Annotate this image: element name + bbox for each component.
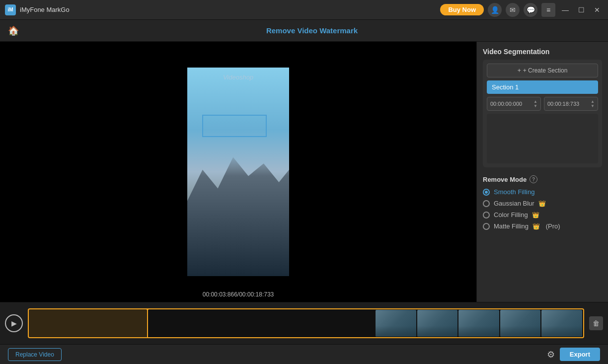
mode-gaussian-option[interactable]: Gaussian Blur 👑	[483, 200, 602, 207]
main-content: Videoshop 00:00:03:866/00:00:18:733 Vide…	[0, 42, 608, 302]
remove-mode-title-text: Remove Mode	[483, 176, 527, 183]
replace-video-button[interactable]: Replace Video	[8, 348, 62, 361]
bottom-bar: Replace Video ⚙ Export	[0, 344, 608, 364]
export-button[interactable]: Export	[560, 348, 600, 361]
chat-icon-button[interactable]: 💬	[524, 3, 537, 17]
settings-icon-button[interactable]: ⚙	[547, 349, 555, 360]
mode-gaussian-label: Gaussian Blur	[494, 200, 534, 207]
mode-smooth-label: Smooth Filling	[494, 188, 534, 196]
time-end-input[interactable]: 00:00:18:733 ▲ ▼	[544, 97, 598, 111]
thumbnail-1	[376, 310, 416, 337]
timeline-thumbnails	[375, 309, 583, 337]
app-title: iMyFone MarkGo	[20, 6, 70, 13]
segmentation-panel: + + Create Section Section 1 00:00:00:00…	[483, 60, 602, 167]
menu-icon: ≡	[546, 6, 550, 14]
page-title: Remove Video Watermark	[24, 26, 600, 35]
time-end-value: 00:00:18:733	[547, 101, 579, 107]
app-logo: iM iMyFone MarkGo	[5, 4, 440, 15]
play-icon: ▶	[11, 319, 17, 327]
mode-matte-option[interactable]: Matte Filling 👑 (Pro)	[483, 222, 602, 230]
timeline: ▶ 🗑	[0, 302, 608, 344]
mail-icon-button[interactable]: ✉	[506, 3, 520, 17]
bottom-right-actions: ⚙ Export	[547, 348, 600, 361]
thumbnail-3	[458, 310, 499, 337]
mode-color-radio[interactable]	[483, 212, 490, 218]
create-section-label: + Create Section	[523, 67, 568, 74]
title-bar: iM iMyFone MarkGo Buy Now 👤 ✉ 💬 ≡ — ☐ ✕	[0, 0, 608, 20]
menu-icon-button[interactable]: ≡	[541, 3, 555, 17]
time-start-spinner[interactable]: ▲ ▼	[533, 99, 537, 108]
minimize-icon: —	[562, 6, 569, 14]
buy-now-button[interactable]: Buy Now	[440, 4, 484, 15]
user-icon: 👤	[491, 6, 499, 14]
remove-mode-section: Remove Mode ? Smooth Filling Gaussian Bl…	[483, 175, 602, 234]
time-end-spinner[interactable]: ▲ ▼	[591, 99, 595, 108]
mode-matte-radio[interactable]	[483, 223, 490, 230]
mode-color-option[interactable]: Color Filling 👑	[483, 211, 602, 218]
section-empty-area	[487, 114, 598, 163]
section-1-item[interactable]: Section 1	[487, 80, 598, 94]
delete-button[interactable]: 🗑	[589, 316, 603, 330]
nav-bar: 🏠 Remove Video Watermark	[0, 20, 608, 42]
maximize-button[interactable]: ☐	[575, 4, 587, 16]
matte-crown-icon: 👑	[532, 223, 540, 230]
timestamp-display: 00:00:03:866/00:00:18:733	[0, 291, 476, 298]
mode-smooth-radio[interactable]	[483, 189, 490, 196]
time-start-value: 00:00:00:000	[490, 101, 522, 107]
thumbnail-4	[500, 310, 541, 337]
logo-icon: iM	[5, 4, 16, 15]
video-frame: Videoshop	[187, 68, 289, 276]
timeline-selection-left	[29, 309, 148, 337]
thumbnail-5	[541, 310, 582, 337]
minimize-button[interactable]: —	[559, 4, 571, 16]
thumbnail-2	[417, 310, 458, 337]
create-section-button[interactable]: + + Create Section	[487, 64, 598, 77]
user-icon-button[interactable]: 👤	[488, 3, 502, 17]
mountain-background	[187, 151, 289, 276]
close-button[interactable]: ✕	[591, 4, 603, 16]
maximize-icon: ☐	[578, 6, 585, 14]
timeline-playhead[interactable]	[147, 308, 148, 338]
close-icon: ✕	[594, 6, 600, 14]
mode-smooth-option[interactable]: Smooth Filling	[483, 188, 602, 196]
remove-mode-header: Remove Mode ?	[483, 175, 602, 183]
home-button[interactable]: 🏠	[8, 25, 19, 36]
info-icon[interactable]: ?	[530, 175, 537, 183]
play-button[interactable]: ▶	[5, 314, 23, 332]
segmentation-section: Video Segmentation + + Create Section Se…	[483, 48, 602, 167]
plus-icon: +	[518, 67, 521, 74]
time-start-input[interactable]: 00:00:00:000 ▲ ▼	[487, 97, 541, 111]
title-right: Buy Now 👤 ✉ 💬 ≡ — ☐ ✕	[440, 3, 603, 17]
trash-icon: 🗑	[593, 319, 600, 327]
right-panel: Video Segmentation + + Create Section Se…	[476, 42, 608, 302]
section-times: 00:00:00:000 ▲ ▼ 00:00:18:733 ▲ ▼	[487, 97, 598, 111]
mode-gaussian-radio[interactable]	[483, 200, 490, 207]
timeline-track[interactable]	[28, 308, 584, 338]
watermark-selection-box[interactable]	[202, 115, 267, 137]
mode-color-label: Color Filling	[494, 211, 528, 218]
mode-matte-pro-tag: (Pro)	[544, 222, 560, 230]
video-area: Videoshop 00:00:03:866/00:00:18:733	[0, 42, 476, 302]
color-crown-icon: 👑	[532, 212, 539, 218]
gaussian-crown-icon: 👑	[538, 200, 546, 207]
mode-matte-label: Matte Filling	[494, 222, 529, 230]
section-1-label: Section 1	[492, 83, 519, 91]
video-canvas: Videoshop	[0, 42, 476, 302]
chat-icon: 💬	[527, 6, 535, 14]
segmentation-title: Video Segmentation	[483, 48, 602, 56]
video-watermark-text: Videoshop	[223, 73, 253, 81]
mail-icon: ✉	[510, 6, 516, 14]
